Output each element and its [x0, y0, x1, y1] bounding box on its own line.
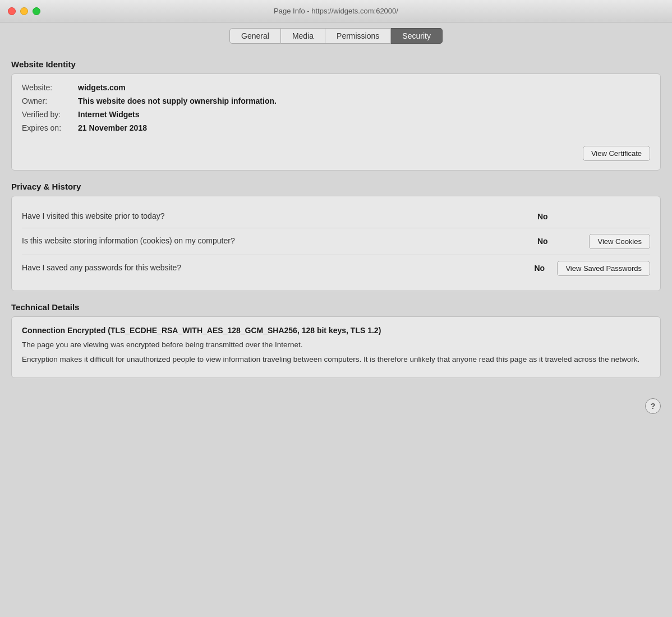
privacy-history-box: Have I visited this website prior to tod…	[11, 196, 661, 291]
technical-details-heading: Technical Details	[11, 302, 661, 312]
privacy-row-cookies: Is this website storing information (coo…	[22, 228, 650, 255]
window-title: Page Info - https://widgets.com:62000/	[274, 7, 398, 15]
identity-row-owner: Owner: This website does not supply owne…	[22, 96, 650, 110]
main-content: Website Identity Website: widgets.com Ow…	[0, 50, 672, 398]
verifiedby-value: Internet Widgets	[78, 110, 650, 123]
passwords-question: Have I saved any passwords for this webs…	[22, 263, 527, 274]
passwords-btn-spacer: View Saved Passwords	[557, 261, 650, 276]
privacy-row-passwords: Have I saved any passwords for this webs…	[22, 255, 650, 282]
privacy-row-visited: Have I visited this website prior to tod…	[22, 205, 650, 228]
website-identity-box: Website: widgets.com Owner: This website…	[11, 73, 661, 171]
website-label: Website:	[22, 83, 78, 96]
tech-encryption-heading: Connection Encrypted (TLS_ECDHE_RSA_WITH…	[22, 326, 650, 335]
tabs-bar: General Media Permissions Security	[0, 22, 672, 50]
tab-permissions[interactable]: Permissions	[325, 28, 391, 44]
owner-value: This website does not supply ownership i…	[78, 96, 650, 110]
tech-paragraph-2: Encryption makes it difficult for unauth…	[22, 354, 650, 365]
expires-value: 21 November 2018	[78, 123, 650, 137]
cert-button-row: View Certificate	[22, 146, 650, 161]
close-button[interactable]	[8, 7, 16, 15]
visited-question: Have I visited this website prior to tod…	[22, 211, 531, 222]
identity-row-website: Website: widgets.com	[22, 83, 650, 96]
view-saved-passwords-button[interactable]: View Saved Passwords	[557, 261, 650, 276]
website-identity-heading: Website Identity	[11, 59, 661, 69]
minimize-button[interactable]	[20, 7, 28, 15]
verifiedby-label: Verified by:	[22, 110, 78, 123]
view-cookies-button[interactable]: View Cookies	[589, 234, 650, 249]
technical-details-box: Connection Encrypted (TLS_ECDHE_RSA_WITH…	[11, 316, 661, 379]
visited-answer: No	[537, 212, 551, 221]
owner-label: Owner:	[22, 96, 78, 110]
window-controls	[8, 7, 40, 15]
view-certificate-button[interactable]: View Certificate	[583, 146, 650, 161]
identity-table: Website: widgets.com Owner: This website…	[22, 83, 650, 137]
website-value: widgets.com	[78, 83, 650, 96]
privacy-history-heading: Privacy & History	[11, 182, 661, 191]
tab-general[interactable]: General	[229, 28, 281, 44]
passwords-answer: No	[534, 264, 548, 273]
identity-row-expires: Expires on: 21 November 2018	[22, 123, 650, 137]
help-btn-container: ?	[0, 398, 672, 423]
help-button[interactable]: ?	[645, 398, 661, 414]
cookies-answer: No	[537, 237, 551, 246]
tab-media[interactable]: Media	[281, 28, 325, 44]
expires-label: Expires on:	[22, 123, 78, 137]
tab-security[interactable]: Security	[391, 28, 443, 44]
tech-paragraph-1: The page you are viewing was encrypted b…	[22, 339, 650, 351]
identity-row-verifiedby: Verified by: Internet Widgets	[22, 110, 650, 123]
cookies-btn-spacer: View Cookies	[560, 234, 650, 249]
maximize-button[interactable]	[33, 7, 40, 15]
title-bar: Page Info - https://widgets.com:62000/	[0, 0, 672, 22]
cookies-question: Is this website storing information (coo…	[22, 236, 531, 247]
